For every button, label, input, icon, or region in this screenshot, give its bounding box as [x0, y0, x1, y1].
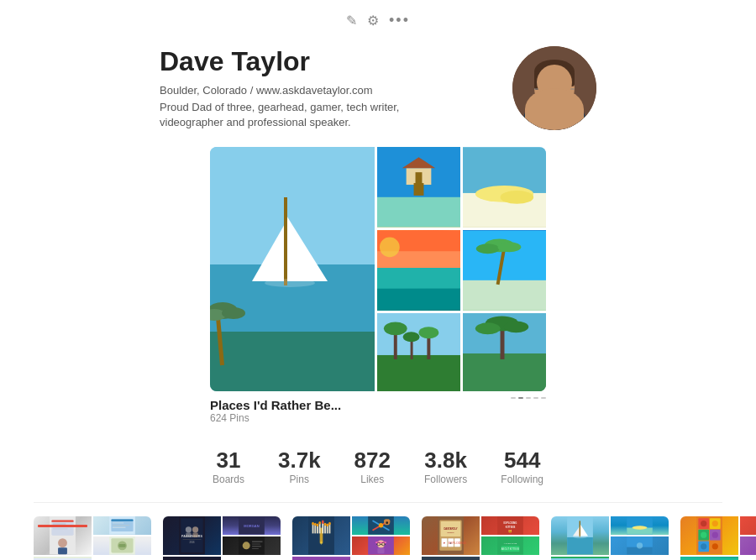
svg-point-203: [712, 532, 718, 538]
board-card-parenting-images: PARENTING: [292, 516, 410, 560]
stats-section: 31 Boards 3.7k Pins 872 Likes 3.8k Follo…: [34, 434, 722, 503]
svg-rect-144: [381, 544, 383, 545]
svg-rect-113: [312, 524, 314, 533]
svg-rect-14: [540, 85, 552, 94]
svg-point-44: [380, 238, 400, 258]
svg-rect-117: [322, 523, 323, 534]
svg-rect-106: [252, 548, 259, 549]
svg-point-202: [701, 532, 706, 538]
svg-rect-2: [549, 98, 560, 113]
profile-location: Boulder, Colorado / www.askdavetaylor.co…: [160, 84, 462, 97]
svg-rect-67: [51, 521, 73, 522]
svg-rect-83: [118, 544, 125, 547]
board-thumb-movie3: [223, 536, 281, 555]
svg-point-12: [544, 96, 564, 106]
svg-rect-77: [113, 523, 124, 524]
board-thumb-parent1: [292, 516, 350, 554]
svg-rect-35: [414, 183, 424, 196]
svg-text:ABOUT KITTENS: ABOUT KITTENS: [501, 547, 520, 551]
svg-rect-104: [252, 544, 260, 545]
svg-rect-24: [284, 197, 287, 285]
svg-point-124: [318, 521, 321, 525]
stat-boards-label: Boards: [213, 474, 244, 485]
board-card-movies-images: PASSENGERS 2016 MORGAN: [163, 516, 281, 560]
svg-rect-43: [377, 289, 460, 311]
stat-followers-value: 3.8k: [424, 447, 467, 474]
svg-point-183: [632, 526, 647, 531]
svg-rect-71: [53, 531, 65, 531]
stat-likes-label: Likes: [354, 474, 391, 485]
boards-row: Tech Support Help! 998 Pins PASSENGERS 2…: [0, 503, 756, 560]
svg-point-201: [712, 521, 718, 526]
board-thumb-games3: A CARD GAME ABOUT KITTENS: [481, 536, 539, 555]
dot-2: [518, 397, 523, 399]
svg-point-4: [534, 60, 575, 83]
mosaic-image-sailboat: [210, 147, 375, 391]
svg-rect-34: [416, 173, 423, 186]
settings-icon[interactable]: ⚙: [367, 13, 379, 29]
avatar: [512, 46, 596, 130]
toolbar: ✎ ⚙ •••: [0, 0, 756, 38]
svg-text:DASTARDLY: DASTARDLY: [444, 527, 457, 531]
board-card-movies[interactable]: PASSENGERS 2016 MORGAN: [163, 516, 281, 560]
svg-rect-116: [319, 524, 321, 534]
board-thumb-games4: ♦ ★: [422, 557, 480, 560]
board-card-parenting[interactable]: PARENTING Parenting & Fatherhood 533 Pin…: [292, 516, 410, 560]
board-card-places[interactable]: Places I'd Rather Be... 624 Pins: [551, 516, 669, 560]
mosaic-image-palmbeach: [463, 230, 546, 311]
board-card-places-images: [551, 516, 669, 560]
svg-rect-119: [327, 526, 328, 534]
stat-pins[interactable]: 3.7k Pins: [278, 447, 321, 485]
svg-rect-70: [53, 528, 68, 529]
svg-point-64: [504, 322, 529, 333]
featured-board-title: Places I'd Rather Be...: [210, 398, 546, 412]
svg-point-205: [712, 544, 718, 550]
board-thumb-tech1: [34, 516, 92, 554]
board-thumb-games2: EXPLODING KITTENS 🐱: [481, 516, 539, 535]
svg-point-50: [498, 243, 522, 253]
featured-board-section: Places I'd Rather Be... 624 Pins: [0, 147, 756, 434]
avatar-image: [512, 46, 596, 130]
board-thumb-movie4: [163, 557, 221, 560]
board-card-tech[interactable]: Tech Support Help! 998 Pins: [34, 516, 151, 560]
svg-rect-179: [580, 521, 580, 537]
svg-rect-114: [314, 525, 316, 533]
svg-point-125: [322, 521, 324, 525]
dot-5: [541, 397, 546, 399]
board-thumb-movie1: PASSENGERS 2016: [163, 516, 221, 554]
board-card-tech-images: [34, 516, 151, 560]
board-card-games[interactable]: DASTARDLY Dirigible ♥ ♠ EXPLODING EXPLOD…: [422, 516, 539, 560]
svg-text:PASSENGERS: PASSENGERS: [181, 535, 202, 538]
svg-rect-68: [53, 524, 66, 526]
svg-point-9: [546, 87, 550, 92]
board-thumb-kid1: [680, 516, 738, 554]
board-thumb-parent4: PARENTING: [292, 557, 350, 560]
svg-rect-115: [317, 526, 318, 534]
stat-likes[interactable]: 872 Likes: [354, 447, 391, 485]
featured-board-pins: 624 Pins: [210, 412, 546, 424]
profile-bio: Proud Dad of three, gearhead, gamer, tec…: [160, 100, 462, 130]
mosaic-grid: [210, 147, 546, 391]
board-card-kids[interactable]: Kid Friendly Activities 65 Pins: [680, 516, 756, 560]
stat-likes-value: 872: [354, 447, 391, 474]
stat-boards[interactable]: 31 Boards: [213, 447, 244, 485]
svg-point-204: [701, 544, 706, 550]
profile-info: Dave Taylor Boulder, Colorado / www.askd…: [160, 46, 462, 130]
stat-following-label: Following: [501, 474, 543, 485]
featured-board-mosaic[interactable]: Places I'd Rather Be... 624 Pins: [210, 147, 546, 426]
board-title-area: Places I'd Rather Be... 624 Pins: [210, 391, 546, 426]
svg-point-186: [637, 542, 643, 548]
stat-following[interactable]: 544 Following: [501, 447, 543, 485]
svg-point-56: [419, 327, 439, 339]
svg-point-102: [243, 542, 250, 549]
svg-text:2016: 2016: [189, 541, 195, 544]
svg-rect-52: [377, 355, 460, 391]
stat-pins-label: Pins: [278, 474, 321, 485]
svg-point-8: [559, 85, 565, 92]
stat-followers[interactable]: 3.8k Followers: [424, 447, 467, 485]
more-icon[interactable]: •••: [389, 12, 410, 29]
edit-icon[interactable]: ✎: [346, 13, 357, 29]
mosaic-image-tropical1: [377, 147, 460, 228]
svg-rect-79: [113, 527, 126, 528]
svg-point-7: [543, 85, 550, 92]
